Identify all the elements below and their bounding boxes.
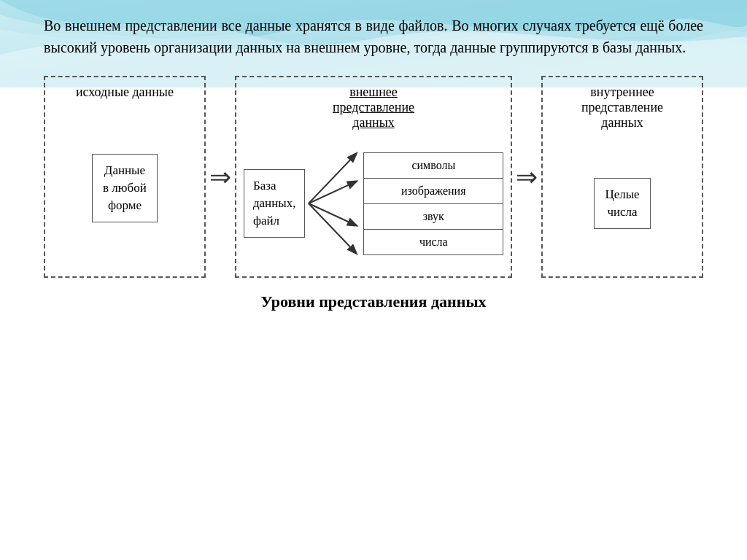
left-box-label: исходные данные [76, 85, 174, 100]
left-outer-box: исходные данные Данныев любойформе [44, 76, 206, 278]
middle-box-label: внешнеепредставлениеданных [333, 85, 414, 131]
right-outer-box: внутреннеепредставлениеданных Целыечисла [541, 76, 703, 278]
right-inner-text: Целыечисла [605, 187, 639, 219]
type-item-sound: звук [364, 204, 503, 230]
diagram: исходные данные Данныев любойформе ⇒ вне… [44, 76, 703, 278]
types-list: символы изображения звук числа [363, 152, 503, 255]
content-area: Во внешнем представлении все данные хран… [0, 0, 747, 326]
svg-line-4 [309, 203, 356, 253]
arrow1-icon: ⇒ [209, 164, 231, 190]
fan-arrows-svg [305, 138, 363, 269]
diagram-caption: Уровни представления данных [44, 292, 703, 311]
right-box-label: внутреннеепредставлениеданных [581, 85, 663, 131]
right-inner-box: Целыечисла [594, 178, 650, 229]
left-inner-box: Данныев любойформе [92, 154, 158, 222]
arrow1-container: ⇒ [206, 76, 235, 278]
svg-line-3 [309, 203, 356, 225]
type-item-numbers: числа [364, 230, 503, 254]
arrow2-icon: ⇒ [516, 164, 538, 190]
type-item-symbols: символы [364, 153, 503, 179]
type-item-images: изображения [364, 179, 503, 204]
left-inner-text: Данныев любойформе [103, 163, 147, 212]
svg-line-2 [309, 182, 356, 203]
middle-inner-box: Базаданных,файл [244, 169, 306, 237]
middle-content: Базаданных,файл [244, 138, 503, 269]
arrow2-container: ⇒ [512, 76, 541, 278]
svg-line-1 [309, 154, 356, 203]
middle-outer-box: внешнеепредставлениеданных Базаданных,фа… [235, 76, 512, 278]
intro-paragraph: Во внешнем представлении все данные хран… [44, 15, 703, 58]
